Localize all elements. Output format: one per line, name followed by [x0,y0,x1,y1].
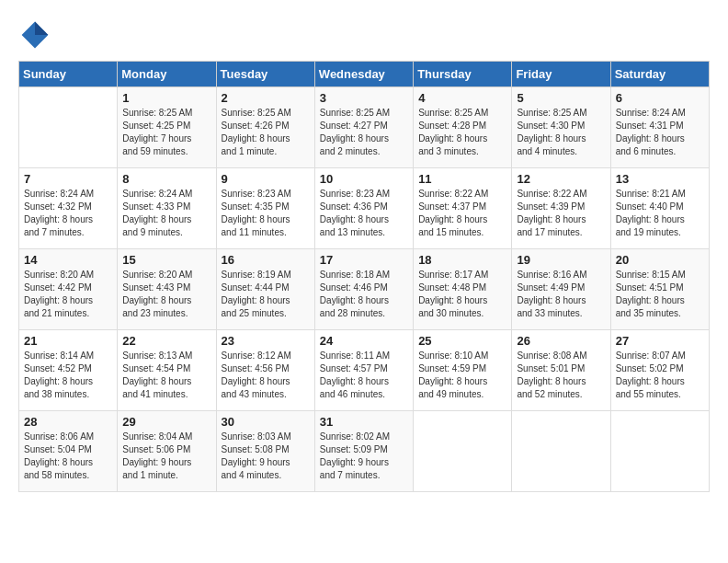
day-info: Sunrise: 8:19 AM Sunset: 4:44 PM Dayligh… [222,269,310,320]
day-header-tuesday: Tuesday [216,62,314,87]
day-number: 11 [418,172,506,186]
week-row-3: 21Sunrise: 8:14 AM Sunset: 4:52 PM Dayli… [19,330,710,411]
day-info: Sunrise: 8:20 AM Sunset: 4:42 PM Dayligh… [24,269,112,320]
calendar-cell [19,87,118,168]
calendar-header-row: SundayMondayTuesdayWednesdayThursdayFrid… [19,62,710,87]
page-header [18,18,710,52]
calendar-cell: 10Sunrise: 8:23 AM Sunset: 4:36 PM Dayli… [314,168,413,249]
logo [18,18,55,52]
day-number: 18 [418,253,506,267]
calendar-cell: 15Sunrise: 8:20 AM Sunset: 4:43 PM Dayli… [118,249,216,330]
calendar-cell: 21Sunrise: 8:14 AM Sunset: 4:52 PM Dayli… [19,330,118,411]
day-info: Sunrise: 8:07 AM Sunset: 5:02 PM Dayligh… [616,350,704,401]
day-info: Sunrise: 8:24 AM Sunset: 4:32 PM Dayligh… [24,188,112,239]
week-row-4: 28Sunrise: 8:06 AM Sunset: 5:04 PM Dayli… [19,411,710,492]
day-number: 20 [616,253,704,267]
calendar-cell: 27Sunrise: 8:07 AM Sunset: 5:02 PM Dayli… [610,330,709,411]
day-number: 19 [517,253,605,267]
calendar-cell [610,411,709,492]
calendar-cell: 7Sunrise: 8:24 AM Sunset: 4:32 PM Daylig… [19,168,118,249]
day-number: 5 [517,91,605,105]
day-info: Sunrise: 8:25 AM Sunset: 4:28 PM Dayligh… [418,107,506,158]
day-number: 29 [122,415,210,429]
calendar-cell: 20Sunrise: 8:15 AM Sunset: 4:51 PM Dayli… [610,249,709,330]
day-number: 8 [122,172,210,186]
day-info: Sunrise: 8:03 AM Sunset: 5:08 PM Dayligh… [222,431,310,482]
calendar-cell: 28Sunrise: 8:06 AM Sunset: 5:04 PM Dayli… [19,411,118,492]
calendar-cell: 23Sunrise: 8:12 AM Sunset: 4:56 PM Dayli… [216,330,314,411]
calendar-cell: 17Sunrise: 8:18 AM Sunset: 4:46 PM Dayli… [314,249,413,330]
day-number: 2 [222,91,310,105]
day-info: Sunrise: 8:25 AM Sunset: 4:25 PM Dayligh… [122,107,210,158]
calendar-cell: 2Sunrise: 8:25 AM Sunset: 4:26 PM Daylig… [216,87,314,168]
day-header-monday: Monday [118,62,216,87]
calendar-table: SundayMondayTuesdayWednesdayThursdayFrid… [18,61,710,492]
calendar-cell: 4Sunrise: 8:25 AM Sunset: 4:28 PM Daylig… [414,87,512,168]
day-number: 17 [320,253,408,267]
day-info: Sunrise: 8:04 AM Sunset: 5:06 PM Dayligh… [122,431,210,482]
day-number: 28 [24,415,112,429]
day-number: 16 [222,253,310,267]
day-info: Sunrise: 8:22 AM Sunset: 4:37 PM Dayligh… [418,188,506,239]
day-info: Sunrise: 8:25 AM Sunset: 4:26 PM Dayligh… [222,107,310,158]
day-info: Sunrise: 8:13 AM Sunset: 4:54 PM Dayligh… [122,350,210,401]
day-info: Sunrise: 8:24 AM Sunset: 4:33 PM Dayligh… [122,188,210,239]
calendar-cell: 19Sunrise: 8:16 AM Sunset: 4:49 PM Dayli… [512,249,610,330]
calendar-cell: 24Sunrise: 8:11 AM Sunset: 4:57 PM Dayli… [314,330,413,411]
day-info: Sunrise: 8:25 AM Sunset: 4:30 PM Dayligh… [517,107,605,158]
day-info: Sunrise: 8:25 AM Sunset: 4:27 PM Dayligh… [320,107,408,158]
day-number: 15 [122,253,210,267]
day-number: 13 [616,172,704,186]
day-header-friday: Friday [512,62,610,87]
day-info: Sunrise: 8:08 AM Sunset: 5:01 PM Dayligh… [517,350,605,401]
day-info: Sunrise: 8:24 AM Sunset: 4:31 PM Dayligh… [616,107,704,158]
day-header-thursday: Thursday [414,62,512,87]
calendar-cell: 14Sunrise: 8:20 AM Sunset: 4:42 PM Dayli… [19,249,118,330]
day-info: Sunrise: 8:06 AM Sunset: 5:04 PM Dayligh… [24,431,112,482]
day-info: Sunrise: 8:12 AM Sunset: 4:56 PM Dayligh… [222,350,310,401]
calendar-cell: 3Sunrise: 8:25 AM Sunset: 4:27 PM Daylig… [314,87,413,168]
calendar-cell [512,411,610,492]
day-info: Sunrise: 8:23 AM Sunset: 4:35 PM Dayligh… [222,188,310,239]
day-info: Sunrise: 8:15 AM Sunset: 4:51 PM Dayligh… [616,269,704,320]
calendar-cell: 1Sunrise: 8:25 AM Sunset: 4:25 PM Daylig… [118,87,216,168]
day-number: 22 [122,334,210,348]
calendar-cell: 9Sunrise: 8:23 AM Sunset: 4:35 PM Daylig… [216,168,314,249]
day-number: 6 [616,91,704,105]
day-number: 9 [222,172,310,186]
day-header-sunday: Sunday [19,62,118,87]
calendar-cell: 26Sunrise: 8:08 AM Sunset: 5:01 PM Dayli… [512,330,610,411]
day-number: 3 [320,91,408,105]
day-number: 25 [418,334,506,348]
calendar-cell: 8Sunrise: 8:24 AM Sunset: 4:33 PM Daylig… [118,168,216,249]
day-header-saturday: Saturday [610,62,709,87]
calendar-cell: 13Sunrise: 8:21 AM Sunset: 4:40 PM Dayli… [610,168,709,249]
day-number: 24 [320,334,408,348]
day-number: 1 [122,91,210,105]
week-row-0: 1Sunrise: 8:25 AM Sunset: 4:25 PM Daylig… [19,87,710,168]
day-info: Sunrise: 8:23 AM Sunset: 4:36 PM Dayligh… [320,188,408,239]
calendar-cell: 22Sunrise: 8:13 AM Sunset: 4:54 PM Dayli… [118,330,216,411]
calendar-cell: 18Sunrise: 8:17 AM Sunset: 4:48 PM Dayli… [414,249,512,330]
day-info: Sunrise: 8:11 AM Sunset: 4:57 PM Dayligh… [320,350,408,401]
day-number: 10 [320,172,408,186]
day-info: Sunrise: 8:22 AM Sunset: 4:39 PM Dayligh… [517,188,605,239]
calendar-body: 1Sunrise: 8:25 AM Sunset: 4:25 PM Daylig… [19,87,710,492]
week-row-1: 7Sunrise: 8:24 AM Sunset: 4:32 PM Daylig… [19,168,710,249]
calendar-cell: 25Sunrise: 8:10 AM Sunset: 4:59 PM Dayli… [414,330,512,411]
day-number: 31 [320,415,408,429]
calendar-cell: 31Sunrise: 8:02 AM Sunset: 5:09 PM Dayli… [314,411,413,492]
day-info: Sunrise: 8:17 AM Sunset: 4:48 PM Dayligh… [418,269,506,320]
svg-marker-1 [35,22,48,35]
day-info: Sunrise: 8:20 AM Sunset: 4:43 PM Dayligh… [122,269,210,320]
day-number: 12 [517,172,605,186]
day-number: 21 [24,334,112,348]
calendar-cell [414,411,512,492]
day-number: 26 [517,334,605,348]
day-info: Sunrise: 8:14 AM Sunset: 4:52 PM Dayligh… [24,350,112,401]
day-info: Sunrise: 8:21 AM Sunset: 4:40 PM Dayligh… [616,188,704,239]
day-info: Sunrise: 8:02 AM Sunset: 5:09 PM Dayligh… [320,431,408,482]
day-number: 7 [24,172,112,186]
day-number: 27 [616,334,704,348]
calendar-cell: 30Sunrise: 8:03 AM Sunset: 5:08 PM Dayli… [216,411,314,492]
